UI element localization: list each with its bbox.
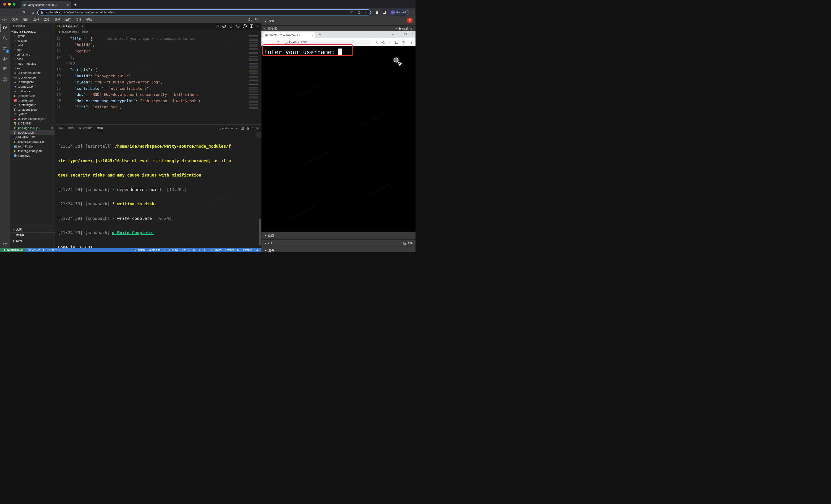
new-tab-button[interactable]: + xyxy=(74,2,77,7)
layout-icon[interactable] xyxy=(255,18,259,21)
cursor-position[interactable]: 行 11, 列 13 xyxy=(164,248,177,252)
branch-indicator[interactable]: v2.5.0* xyxy=(29,248,40,251)
profile-button[interactable]: J Paused xyxy=(390,10,408,15)
tree-file[interactable]: ◆.eslintignore xyxy=(10,80,55,85)
tab-close-icon[interactable]: × xyxy=(67,3,69,7)
editor-tab-close-icon[interactable]: × xyxy=(81,25,83,28)
reload-icon[interactable] xyxy=(277,40,280,44)
formatter[interactable]: Prettier xyxy=(243,248,252,251)
nav-dot-icon[interactable] xyxy=(229,24,233,28)
nav-back-icon[interactable] xyxy=(222,24,226,28)
menu-file[interactable]: 文件 xyxy=(10,18,21,22)
close-icon[interactable]: × xyxy=(411,32,413,36)
side-panel-icon[interactable] xyxy=(395,41,398,44)
section-git[interactable]: Git 克隆 xyxy=(261,240,416,246)
tree-file[interactable]: {}package-lock.js...U xyxy=(10,126,55,130)
wetty-new-tab-button[interactable]: + xyxy=(319,32,321,36)
split-editor-icon[interactable] xyxy=(250,24,253,28)
section-svn[interactable]: SVN xyxy=(10,238,55,243)
tree-root[interactable]: WETTY-SOURCE xyxy=(10,29,55,34)
minimize-icon[interactable]: — xyxy=(398,33,401,35)
minimize-window-button[interactable] xyxy=(8,3,11,6)
tree-file[interactable]: .dockerignore xyxy=(10,75,55,80)
maximize-panel-icon[interactable]: ^ xyxy=(252,127,254,130)
tree-file[interactable]: {}tsconfig.node.json xyxy=(10,149,55,153)
editor-more-icon[interactable]: ⋯ xyxy=(256,24,259,28)
tree-file[interactable]: LICENSE xyxy=(10,121,55,126)
tree-folder[interactable]: docs xyxy=(10,57,55,62)
tree-file-selected[interactable]: {}package.json xyxy=(10,130,55,135)
info-icon[interactable]: i xyxy=(285,41,287,43)
panel-expand-chevron[interactable]: › xyxy=(256,132,261,138)
bell-icon[interactable] xyxy=(255,248,258,251)
menu-run[interactable]: 运行 xyxy=(63,18,74,22)
eol[interactable]: LF xyxy=(204,248,207,251)
side-panel-icon[interactable] xyxy=(383,10,386,14)
tree-file[interactable]: ≡.all-contributorsrc xyxy=(10,70,55,75)
terminal-shell-select[interactable]: ›node xyxy=(218,126,228,130)
menu-terminal[interactable]: 终端 xyxy=(74,18,84,22)
panel-tab-output[interactable]: 输出 xyxy=(68,126,74,130)
close-panel-icon[interactable]: × xyxy=(256,126,258,130)
back-icon[interactable]: ← xyxy=(264,40,267,44)
section-services[interactable]: 服务 xyxy=(261,247,416,252)
breadcrumb[interactable]: {} package.json › [ ] files xyxy=(55,30,261,34)
menu-goto[interactable]: 转到 xyxy=(52,18,63,22)
browser-menu-icon[interactable]: ⋮ xyxy=(412,10,416,14)
clipboard-icon[interactable] xyxy=(350,11,353,14)
wetty-settings-gears-icon[interactable] xyxy=(392,57,403,66)
tree-folder[interactable]: node_modules xyxy=(10,61,55,66)
menu-view[interactable]: 查看 xyxy=(42,18,52,22)
tree-file[interactable]: {}.prettierrc.json xyxy=(10,107,55,112)
tree-folder[interactable]: .github xyxy=(10,34,55,39)
keyboard-layout[interactable]: Layout: U.S. xyxy=(225,248,240,251)
panel-tab-terminal[interactable]: 终端 xyxy=(97,126,103,131)
panel-tab-debug-console[interactable]: 调试控制台 xyxy=(79,126,93,130)
remote-indicator[interactable]: go.titanide.cn xyxy=(0,248,26,252)
problems-indicator[interactable]: 0 0 xyxy=(49,248,60,251)
debug-codelens[interactable]: ▷ 调试 xyxy=(65,61,76,66)
chevron-down-icon[interactable]: ⌄ xyxy=(392,32,394,36)
editor-tab-package-json[interactable]: {} package.json × xyxy=(55,23,85,30)
bookmark-star-icon[interactable]: ☆ xyxy=(388,40,391,44)
activitybar-search[interactable] xyxy=(0,33,10,43)
breadcrumb-node[interactable]: [ ] files xyxy=(81,30,88,33)
url-bar[interactable]: go.titanide.cn/ide/web/coding/wetty-sour… xyxy=(37,9,371,16)
activitybar-explorer[interactable] xyxy=(0,23,10,33)
zoom-icon[interactable] xyxy=(374,40,378,44)
activitybar-svn[interactable] xyxy=(0,74,10,85)
share-icon[interactable] xyxy=(381,40,384,44)
new-terminal-icon[interactable]: + xyxy=(231,126,233,130)
tree-file[interactable]: {}tsconfig.browser.json xyxy=(10,140,55,144)
minimap[interactable] xyxy=(249,35,258,110)
tree-file[interactable]: ◈.prettierignore xyxy=(10,103,55,108)
section-ports[interactable]: 端口 xyxy=(261,233,416,239)
menu-edit[interactable]: 编辑 xyxy=(21,18,31,22)
split-terminal-icon[interactable] xyxy=(241,126,244,130)
activitybar-source-control[interactable]: 1 xyxy=(0,43,10,54)
tree-file[interactable]: ≡.yarnrc xyxy=(10,112,55,117)
home-icon[interactable]: ⌂ xyxy=(30,10,35,14)
share-icon[interactable] xyxy=(357,11,361,14)
activitybar-run-debug[interactable] xyxy=(0,54,10,64)
browser-tab[interactable]: wetty-source - CloudIDE × xyxy=(21,1,71,8)
close-window-button[interactable] xyxy=(3,3,6,6)
section-outline[interactable]: 大纲 xyxy=(10,227,55,232)
tree-file[interactable]: npm.npmignore xyxy=(10,98,55,103)
breadcrumb-file[interactable]: package.json xyxy=(62,30,77,33)
forward-icon[interactable]: → xyxy=(270,40,274,44)
terminal-output[interactable]: [21:24:58] [esinstall] /home/ide/workspa… xyxy=(58,134,257,246)
profile-avatar-icon[interactable] xyxy=(402,40,406,44)
tree-folder[interactable]: src xyxy=(10,66,55,71)
activitybar-extensions[interactable] xyxy=(0,64,10,74)
sync-indicator[interactable] xyxy=(43,248,46,251)
explorer-more-icon[interactable]: ⋯ xyxy=(50,24,53,28)
nav-forward-icon[interactable] xyxy=(236,24,240,28)
bookmark-star-icon[interactable]: ☆ xyxy=(365,10,368,14)
tree-file[interactable]: yyarn.lock xyxy=(10,153,55,158)
tree-file[interactable]: iREADME.md xyxy=(10,135,55,140)
open-new-window-button[interactable]: 新窗口打开 xyxy=(395,27,413,31)
tree-file[interactable]: ◆.eslintrc.json xyxy=(10,84,55,89)
terminal-scrollbar[interactable] xyxy=(259,219,261,245)
section-settings[interactable]: 设置 xyxy=(261,18,416,24)
